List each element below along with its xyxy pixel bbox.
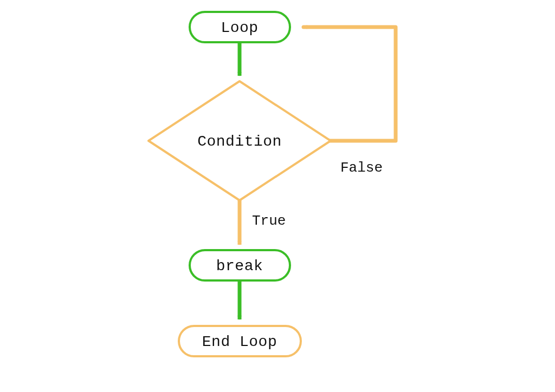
node-loop-label: Loop: [221, 19, 258, 36]
flowchart: True False Loop Condition break End Loop: [0, 0, 555, 392]
node-condition-label: Condition: [197, 133, 282, 150]
node-end: End Loop: [179, 326, 301, 356]
edge-condition-false: [304, 27, 396, 141]
edge-condition-false-label: False: [340, 160, 383, 176]
node-break: break: [190, 250, 290, 280]
edge-condition-true-label: True: [252, 213, 286, 229]
node-loop: Loop: [190, 12, 290, 42]
node-end-label: End Loop: [202, 334, 277, 350]
node-break-label: break: [216, 258, 263, 275]
node-condition: Condition: [149, 81, 331, 200]
